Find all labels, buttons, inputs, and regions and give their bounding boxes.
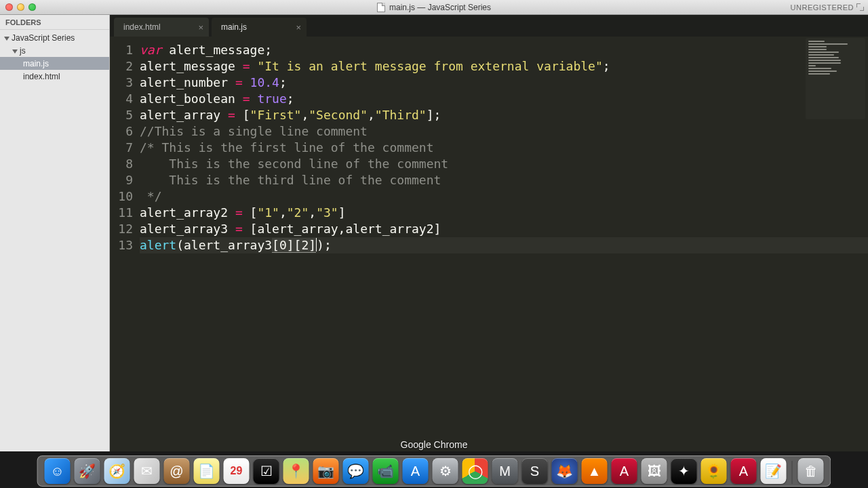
dock-tooltip: Google Chrome	[401, 439, 468, 450]
code-editor[interactable]: 12345678910111213 var alert_message;aler…	[110, 37, 868, 451]
dock-item-firefox[interactable]: 🦊	[552, 458, 578, 484]
dock-item-notes[interactable]: 📄	[194, 458, 220, 484]
window-title: main.js — JavaScript Series	[377, 3, 491, 12]
close-icon[interactable]: ×	[198, 22, 203, 33]
tree-file-mainjs[interactable]: main.js	[0, 57, 109, 70]
dock-item-calendar[interactable]: 29	[224, 458, 250, 484]
line-number-gutter: 12345678910111213	[110, 37, 140, 451]
dock-item-imovie[interactable]: ✦	[671, 458, 697, 484]
registration-text: UNREGISTERED	[791, 3, 854, 12]
dock-item-mamp[interactable]: M	[492, 458, 518, 484]
tree-label: JavaScript Series	[12, 33, 75, 43]
tab-label: main.js	[221, 22, 247, 32]
dock-area: Google Chrome ☺🚀🧭✉@📄29☑📍📷💬📹A⚙◯MS🦊▲A🖼✦🌻A📝…	[0, 451, 868, 488]
dock-item-trash[interactable]: 🗑	[798, 458, 824, 484]
dock-item-facetime[interactable]: 📹	[373, 458, 399, 484]
dock-item-readerB[interactable]: A	[731, 458, 757, 484]
window-titlebar: main.js — JavaScript Series UNREGISTERED	[0, 0, 868, 15]
dock-item-settings[interactable]: ⚙	[433, 458, 458, 484]
document-icon	[377, 3, 385, 12]
close-icon[interactable]: ×	[296, 22, 301, 33]
editor-area: index.html × main.js × 12345678910111213…	[110, 15, 868, 451]
dock-item-messages[interactable]: 💬	[343, 458, 369, 484]
tree-file-indexhtml[interactable]: index.html	[0, 70, 109, 83]
dock-item-vlc[interactable]: ▲	[582, 458, 608, 484]
dock-item-photos[interactable]: 🖼	[642, 458, 667, 484]
tree-folder-root[interactable]: JavaScript Series	[0, 31, 109, 44]
disclosure-triangle-icon[interactable]	[4, 37, 9, 41]
dock-item-launchpad[interactable]: 🚀	[75, 458, 100, 484]
window-title-text: main.js — JavaScript Series	[389, 3, 491, 12]
dock-item-finder[interactable]: ☺	[45, 458, 71, 484]
dock-item-chrome[interactable]: ◯	[462, 458, 488, 484]
minimap[interactable]	[806, 38, 865, 119]
dock: ☺🚀🧭✉@📄29☑📍📷💬📹A⚙◯MS🦊▲A🖼✦🌻A📝🗑	[37, 455, 831, 487]
tab-bar: index.html × main.js ×	[110, 15, 868, 37]
tab-indexhtml[interactable]: index.html ×	[114, 18, 209, 37]
tree-label: js	[20, 46, 26, 56]
dock-item-contacts[interactable]: @	[164, 458, 190, 484]
dock-item-reminders[interactable]: ☑	[254, 458, 279, 484]
dock-item-safari[interactable]: 🧭	[104, 458, 130, 484]
registration-badge: UNREGISTERED	[791, 3, 864, 12]
minimize-window-button[interactable]	[17, 3, 24, 11]
tab-mainjs[interactable]: main.js ×	[212, 18, 307, 37]
dock-item-textedit[interactable]: 📝	[761, 458, 787, 484]
tree-label: main.js	[23, 59, 49, 68]
close-window-button[interactable]	[5, 3, 13, 11]
tree-label: index.html	[23, 72, 60, 81]
zoom-window-button[interactable]	[28, 3, 36, 11]
dock-item-sublime[interactable]: S	[522, 458, 548, 484]
dock-item-maps[interactable]: 📍	[283, 458, 309, 484]
code-content[interactable]: var alert_message;alert_message = "It is…	[140, 37, 868, 451]
dock-item-photobooth[interactable]: 📷	[313, 458, 339, 484]
traffic-lights	[5, 3, 36, 11]
disclosure-triangle-icon[interactable]	[12, 49, 18, 54]
folder-tree: JavaScript Series js main.js index.html	[0, 30, 109, 83]
dock-item-appstore[interactable]: A	[403, 458, 429, 484]
dock-item-mail[interactable]: ✉	[134, 458, 160, 484]
fullscreen-icon[interactable]	[856, 3, 864, 11]
sidebar: FOLDERS JavaScript Series js main.js ind…	[0, 15, 110, 451]
dock-item-iphoto[interactable]: 🌻	[701, 458, 727, 484]
tab-label: index.html	[123, 22, 161, 32]
tree-folder-js[interactable]: js	[0, 44, 109, 57]
sidebar-heading: FOLDERS	[0, 15, 109, 30]
dock-item-readerA[interactable]: A	[612, 458, 637, 484]
